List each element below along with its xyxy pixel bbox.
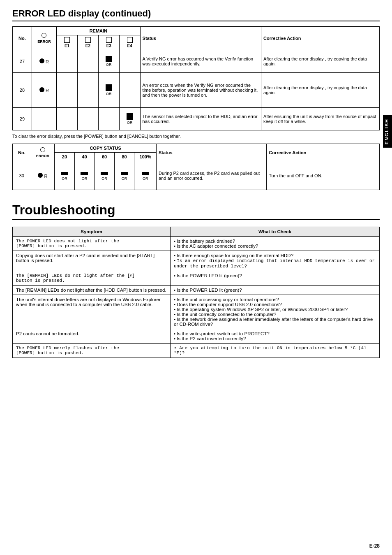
copy-col-status: Status bbox=[156, 144, 266, 161]
row27-e2 bbox=[77, 50, 98, 73]
row29-action: After ensuring the unit is away from the… bbox=[261, 108, 380, 130]
row27-no: 27 bbox=[13, 50, 32, 73]
row30-p40: OR bbox=[74, 161, 95, 190]
trouble-symptom-1: The POWER LED does not light after the[P… bbox=[13, 237, 171, 251]
row30-p80: OR bbox=[114, 161, 134, 190]
row29-e4: OR bbox=[119, 108, 140, 130]
row28-action: After clearing the error display , try c… bbox=[261, 73, 380, 108]
row30-p60: OR bbox=[95, 161, 115, 190]
row28-status: An error occurs when the Verify NG error… bbox=[140, 73, 261, 108]
col-error: ERROR bbox=[32, 27, 56, 50]
trouble-check-1: • Is the battery pack drained?• Is the A… bbox=[170, 237, 379, 251]
trouble-row-4: The [REMAIN] LEDs do not light after the… bbox=[13, 286, 380, 295]
trouble-check-3: • Is the POWER LED lit (green)? bbox=[170, 271, 379, 286]
english-sidebar: ENGLISH bbox=[383, 115, 392, 148]
trouble-row-5: The unit's internal drive letters are no… bbox=[13, 295, 380, 329]
trouble-symptom-2: Copying does not start after a P2 card i… bbox=[13, 251, 171, 271]
row29-no: 29 bbox=[13, 108, 32, 130]
copy-col-40: 40 bbox=[74, 153, 95, 161]
row27-status: A Verify NG error has occurred when the … bbox=[140, 50, 261, 73]
trouble-check-6: • Is the write-protect switch set to PRO… bbox=[170, 329, 379, 344]
row30-no: 30 bbox=[13, 161, 31, 190]
copy-col-action: Corrective Action bbox=[267, 144, 380, 161]
row29-status: The sensor has detected impact to the HD… bbox=[140, 108, 261, 130]
row28-error: R bbox=[32, 73, 56, 108]
col-no: No. bbox=[13, 27, 32, 50]
row28-no: 28 bbox=[13, 73, 32, 108]
trouble-symptom-4: The [REMAIN] LEDs do not light after the… bbox=[13, 286, 171, 295]
col-corrective-action: Corrective Action bbox=[261, 27, 380, 50]
trouble-row-2: Copying does not start after a P2 card i… bbox=[13, 251, 380, 271]
trouble-row-1: The POWER LED does not light after the[P… bbox=[13, 237, 380, 251]
error-note: To clear the error display, press the [P… bbox=[12, 134, 380, 139]
title-rule bbox=[12, 21, 380, 21]
trouble-check-2: • Is there enough space for copying on t… bbox=[170, 251, 379, 271]
trouble-symptom-6: P2 cards cannot be formatted. bbox=[13, 329, 171, 344]
row28-e2 bbox=[77, 73, 98, 108]
copy-status-table: No. ERROR COPY STATUS Status Corrective … bbox=[12, 144, 380, 190]
col-e4: E4 bbox=[119, 35, 140, 50]
row28-e3: OR bbox=[98, 73, 119, 108]
col-e3: E3 bbox=[98, 35, 119, 50]
row30-p100: OR bbox=[134, 161, 157, 190]
copy-col-80: 80 bbox=[114, 153, 134, 161]
trouble-symptom-3: The [REMAIN] LEDs do not light after the… bbox=[13, 271, 171, 286]
col-remain: REMAIN bbox=[57, 27, 141, 35]
trouble-row-6: P2 cards cannot be formatted. • Is the w… bbox=[13, 329, 380, 344]
copy-col-no: No. bbox=[13, 144, 31, 161]
col-e2: E2 bbox=[77, 35, 98, 50]
trouble-row-7: The POWER LED merely flashes after the[P… bbox=[13, 344, 380, 358]
row28-e1 bbox=[57, 73, 78, 108]
row27-action: After clearing the error display , try c… bbox=[261, 50, 380, 73]
copy-col-20: 20 bbox=[55, 153, 75, 161]
row27-e4 bbox=[119, 50, 140, 73]
copy-row-30: 30 R OR OR OR OR OR During P2 card acces… bbox=[13, 161, 380, 190]
copy-col-100: 100% bbox=[134, 153, 157, 161]
trouble-check-7: • Are you attempting to turn the unit ON… bbox=[170, 344, 379, 358]
row28-e4 bbox=[119, 73, 140, 108]
section-rule bbox=[12, 219, 380, 220]
row29-e2 bbox=[77, 108, 98, 130]
error-row-28: 28 R OR An error occurs when the Verify … bbox=[13, 73, 380, 108]
trouble-row-3: The [REMAIN] LEDs do not light after the… bbox=[13, 271, 380, 286]
trouble-check-5: • Is the unit processing copy or format … bbox=[170, 295, 379, 329]
trouble-check-4: • Is the POWER LED lit (green)? bbox=[170, 286, 379, 295]
col-e1: E1 bbox=[57, 35, 78, 50]
row30-status: During P2 card access, the P2 card was p… bbox=[156, 161, 266, 190]
trouble-check-header: What to Check bbox=[170, 227, 379, 237]
row27-e1 bbox=[57, 50, 78, 73]
page-title: ERROR LED display (continued) bbox=[12, 8, 380, 19]
row30-error: R bbox=[31, 161, 54, 190]
trouble-symptom-header: Symptom bbox=[13, 227, 171, 237]
row29-e1 bbox=[57, 108, 78, 130]
copy-col-error: ERROR bbox=[31, 144, 54, 161]
error-row-27: 27 R OR A Verify NG error has occurred w… bbox=[13, 50, 380, 73]
row27-error: R bbox=[32, 50, 56, 73]
col-status: Status bbox=[140, 27, 261, 50]
copy-col-60: 60 bbox=[95, 153, 115, 161]
row30-action: Turn the unit OFF and ON. bbox=[267, 161, 380, 190]
copy-col-status-header: COPY STATUS bbox=[55, 144, 157, 153]
row27-e3: OR bbox=[98, 50, 119, 73]
error-row-29: 29 OR The sensor has detected impact to … bbox=[13, 108, 380, 130]
row29-e3 bbox=[98, 108, 119, 130]
trouble-symptom-5: The unit's internal drive letters are no… bbox=[13, 295, 171, 329]
troubleshooting-title: Troubleshooting bbox=[12, 202, 380, 218]
row29-error bbox=[32, 108, 56, 130]
trouble-symptom-7: The POWER LED merely flashes after the[P… bbox=[13, 344, 171, 358]
row30-p20: OR bbox=[55, 161, 75, 190]
troubleshooting-table: Symptom What to Check The POWER LED does… bbox=[12, 227, 380, 358]
page-number: E-28 bbox=[369, 543, 380, 549]
error-led-table: No. ERROR REMAIN Status Corrective Actio… bbox=[12, 26, 380, 130]
